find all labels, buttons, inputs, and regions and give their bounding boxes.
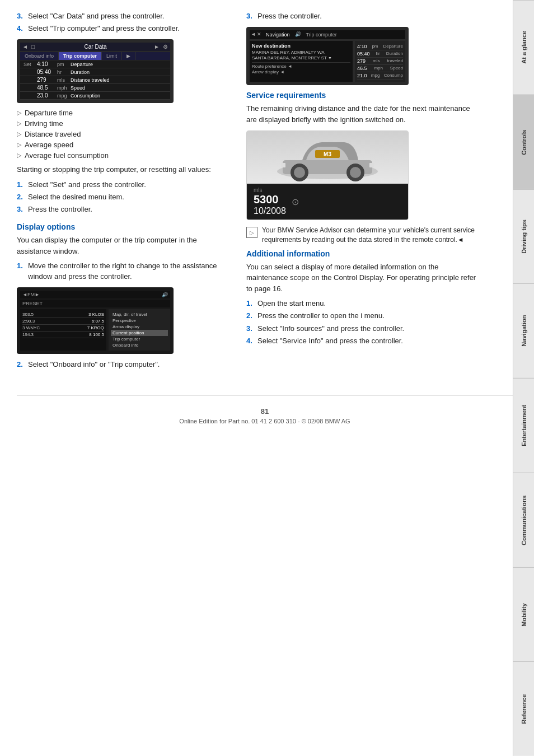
tab-onboard-info[interactable]: Onboard info [20, 52, 59, 60]
disp-city-1: 2:90.3 [22, 319, 35, 324]
display-step-text-2: Select "Onboard info" or "Trip computer"… [28, 360, 229, 370]
disp-menu-item[interactable]: Map, dir. of travel [111, 311, 168, 318]
bullet-arrow-icon: ▷ [17, 152, 21, 159]
sidebar-tab-entertainment[interactable]: Entertainment [513, 378, 534, 473]
disp-menu-area: Map, dir. of travelPerspectiveArrow disp… [109, 309, 170, 351]
service-req-text: The remaining driving distance and the d… [246, 103, 481, 125]
additional-step-text-0: Open the start menu. [257, 298, 481, 309]
nav-dropdown-icon: ▼ [328, 56, 332, 60]
copyright-text: Online Edition for Part no. 01 41 2 600 … [179, 418, 350, 424]
nav-dest-city1: MARINA DEL REY, ADMIRALTY WA [252, 50, 350, 55]
left-column: 3. Select "Car Data" and press the contr… [17, 11, 229, 373]
nav-dest-label: New destination [252, 43, 350, 49]
nav-right-panel: 4:10pmDeparture05:40hrDuration279mlstrav… [355, 41, 405, 82]
car-silhouette: M3 [271, 132, 383, 183]
nav-row-val-3: 46.5 [357, 66, 367, 71]
additional-step-text-1: Press the controller to open the i menu. [257, 311, 481, 321]
tab-trip-computer[interactable]: Trip computer [59, 52, 102, 60]
nav-data-row-0: 4:10pmDeparture [357, 43, 403, 50]
svg-point-5 [350, 167, 361, 178]
additional-step-text-3: Select "Service Info" and press the cont… [257, 336, 481, 346]
disp-menu-item[interactable]: Onboard info [111, 342, 168, 348]
additional-step-num-0: 1. [246, 298, 254, 309]
display-step-1: 1. Move the controller to the right to c… [17, 261, 229, 281]
screen-row-2: 279 mls Distance traveled [20, 76, 170, 84]
disp-menu-item[interactable]: Trip computer [111, 336, 168, 342]
reset-step-1: 2.Select the desired menu item. [17, 192, 229, 202]
nav-row-label-0: Departure [383, 44, 403, 49]
bullet-text: Average speed [25, 141, 73, 149]
tab-arrow: ▶ [122, 52, 135, 60]
screen-title: Car Data [38, 44, 153, 50]
disp-val-3: 8 100.5 [89, 332, 104, 337]
row-unit-0: pm [57, 62, 71, 67]
display-step-num-1: 1. [17, 261, 25, 281]
reset-step-num-2: 3. [17, 204, 25, 214]
svg-text:M3: M3 [324, 151, 331, 157]
nav-tab-navigation[interactable]: Navigation [263, 31, 293, 38]
right-step-num-3: 3. [246, 11, 254, 21]
screen-settings-icon: ⚙ [163, 44, 168, 50]
row-label-4: Consumption [71, 93, 167, 99]
nav-row-unit-3: mph [374, 66, 383, 71]
additional-step-0: 1.Open the start menu. [246, 298, 481, 309]
row-set-0: Set [24, 62, 37, 67]
disp-fm-label: FM [27, 292, 35, 297]
additional-steps: 1.Open the start menu.2.Press the contro… [246, 298, 481, 346]
bullet-text: Departure time [25, 109, 73, 117]
nav-screen-mockup: ◄ ✕ Navigation 🔊 Trip computer New desti… [246, 27, 409, 85]
sidebar-tab-controls[interactable]: Controls [513, 95, 534, 189]
nav-dest-city2-row: SANTA BARBARA, MONTERREY ST ▼ [252, 55, 350, 60]
screen-row-3: 48,5 mph Speed [20, 84, 170, 92]
disp-menu-item[interactable]: Current position [111, 330, 168, 336]
screen-icon: □ [31, 44, 35, 50]
sidebar-tab-communications[interactable]: Communications [513, 473, 534, 567]
disp-data-row-0: 303.53 KLOS [22, 311, 104, 318]
service-req-heading: Service requirements [246, 91, 481, 100]
step-text-4: Select "Trip computer" and press the con… [28, 24, 229, 34]
display-step-text-1: Move the controller to the right to chan… [28, 261, 229, 281]
service-bottom-bar: mls 5300 10/2008 ⊙ [247, 184, 408, 220]
additional-step-3: 4.Select "Service Info" and press the co… [246, 336, 481, 346]
disp-data-area: 303.53 KLOS2:90.36:07.53 WNYC7 KROQ194.3… [20, 309, 106, 351]
nav-data-row-4: 21.0mpgConsump [357, 72, 403, 80]
row-val-0: 4:10 [37, 61, 57, 67]
bullet-text: Distance traveled [25, 130, 81, 138]
nav-data-row-3: 46.5mphSpeed [357, 65, 403, 72]
row-unit-3: mph [57, 85, 71, 91]
nav-row-label-1: Duration [386, 51, 403, 57]
bullet-item: ▷Average speed [17, 141, 229, 149]
screen-back-icon: ◄ [22, 44, 28, 50]
page-number: 81 [17, 407, 513, 416]
disp-data-row-1: 2:90.36:07.5 [22, 318, 104, 325]
sidebar-tab-reference[interactable]: Reference [513, 661, 534, 756]
disp-city-2: 3 WNYC [22, 325, 40, 330]
sidebar-tab-at-a-glance[interactable]: At a glance [513, 0, 534, 95]
note-arrow-icon: ▷ [246, 227, 257, 238]
row-label-3: Speed [71, 85, 167, 91]
additional-info-text: You can select a display of more detaile… [246, 262, 481, 295]
step-4: 4. Select "Trip computer" and press the … [17, 24, 229, 34]
disp-header: ◄ FM ► 🔊 [20, 291, 170, 298]
sidebar-tab-driving-tips[interactable]: Driving tips [513, 189, 534, 284]
sidebar-tab-navigation[interactable]: Navigation [513, 283, 534, 378]
disp-menu-item[interactable]: Arrow display [111, 324, 168, 330]
nav-arrow-disp: Arrow display ◄ [252, 69, 350, 74]
additional-step-num-3: 4. [246, 336, 254, 346]
bullet-text: Average fuel consumption [25, 151, 109, 160]
right-column: 3. Press the controller. ◄ ✕ Navigation … [246, 11, 481, 373]
disp-menu-item[interactable]: Perspective [111, 318, 168, 324]
tab-limit[interactable]: Limit [102, 52, 122, 60]
bullet-arrow-icon: ▷ [17, 141, 21, 148]
nav-data-row-2: 279mlstraveled [357, 58, 403, 65]
disp-icon: 🔊 [162, 292, 168, 297]
sidebar-tab-mobility[interactable]: Mobility [513, 567, 534, 662]
nav-row-val-1: 05:40 [357, 51, 370, 57]
nav-row-label-2: traveled [387, 58, 403, 64]
step-text-3: Select "Car Data" and press the controll… [28, 11, 229, 21]
screen-header: ◄ □ Car Data ► ⚙ [20, 43, 170, 51]
nav-row-val-2: 279 [357, 58, 366, 64]
disp-val-1: 6:07.5 [92, 319, 104, 324]
nav-dest-city2: SANTA BARBARA, MONTERREY ST [252, 55, 327, 60]
nav-tab-trip[interactable]: Trip computer [302, 31, 340, 38]
